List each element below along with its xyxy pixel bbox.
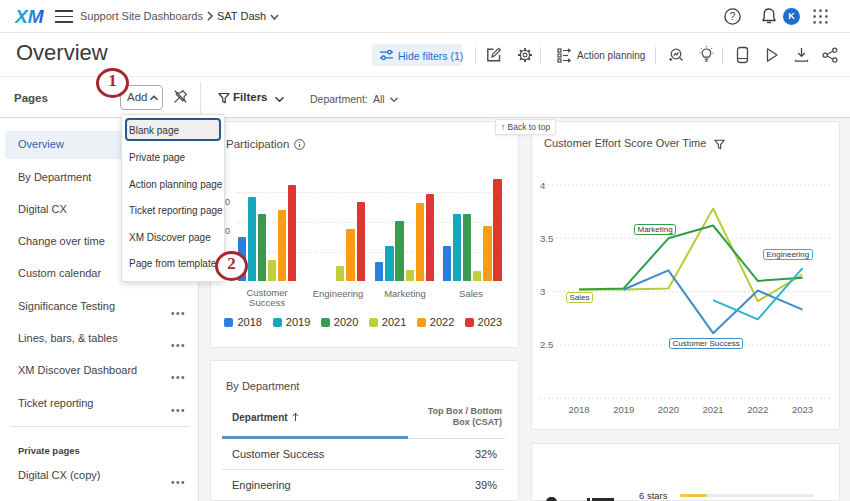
svg-text:3: 3 — [540, 286, 545, 297]
svg-text:XM: XM — [15, 6, 45, 27]
svg-text:2019: 2019 — [613, 404, 634, 415]
svg-text:4: 4 — [540, 180, 545, 191]
svg-text:2020: 2020 — [658, 404, 679, 415]
svg-text:2.5: 2.5 — [540, 339, 553, 350]
svg-text:2022: 2022 — [747, 404, 768, 415]
svg-text:2023: 2023 — [792, 404, 813, 415]
svg-text:?: ? — [730, 11, 736, 22]
svg-text:2021: 2021 — [703, 404, 724, 415]
svg-text:2018: 2018 — [568, 404, 589, 415]
svg-text:3.5: 3.5 — [540, 233, 553, 244]
